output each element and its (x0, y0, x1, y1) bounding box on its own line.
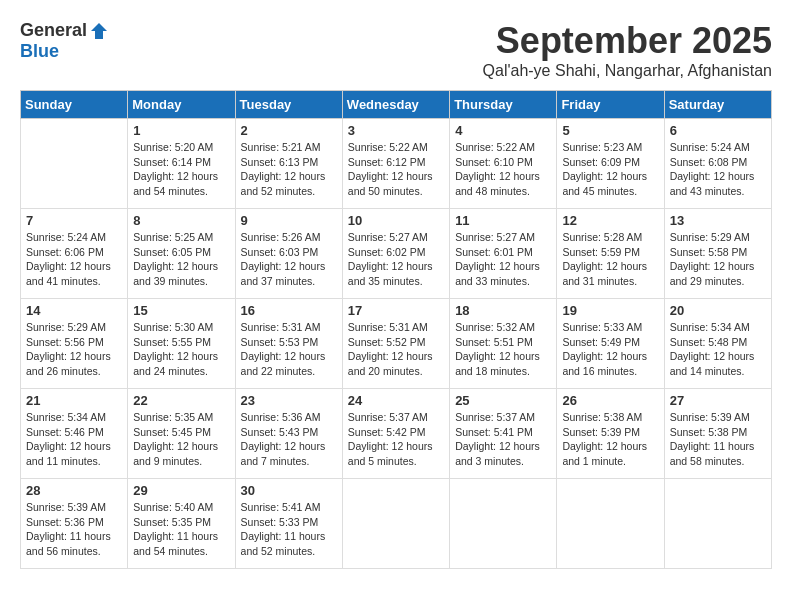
day-number: 17 (348, 303, 444, 318)
weekday-header: Monday (128, 91, 235, 119)
day-info: Sunrise: 5:31 AM Sunset: 5:52 PM Dayligh… (348, 320, 444, 379)
day-info: Sunrise: 5:29 AM Sunset: 5:56 PM Dayligh… (26, 320, 122, 379)
calendar-cell: 4Sunrise: 5:22 AM Sunset: 6:10 PM Daylig… (450, 119, 557, 209)
day-number: 23 (241, 393, 337, 408)
day-number: 8 (133, 213, 229, 228)
month-title: September 2025 (483, 20, 772, 62)
weekday-header: Wednesday (342, 91, 449, 119)
calendar-cell: 8Sunrise: 5:25 AM Sunset: 6:05 PM Daylig… (128, 209, 235, 299)
calendar-cell: 29Sunrise: 5:40 AM Sunset: 5:35 PM Dayli… (128, 479, 235, 569)
day-number: 7 (26, 213, 122, 228)
day-number: 11 (455, 213, 551, 228)
calendar-cell (342, 479, 449, 569)
calendar-cell: 7Sunrise: 5:24 AM Sunset: 6:06 PM Daylig… (21, 209, 128, 299)
day-number: 9 (241, 213, 337, 228)
day-info: Sunrise: 5:20 AM Sunset: 6:14 PM Dayligh… (133, 140, 229, 199)
calendar-week-row: 14Sunrise: 5:29 AM Sunset: 5:56 PM Dayli… (21, 299, 772, 389)
day-number: 15 (133, 303, 229, 318)
day-info: Sunrise: 5:31 AM Sunset: 5:53 PM Dayligh… (241, 320, 337, 379)
calendar-cell: 25Sunrise: 5:37 AM Sunset: 5:41 PM Dayli… (450, 389, 557, 479)
calendar-cell: 30Sunrise: 5:41 AM Sunset: 5:33 PM Dayli… (235, 479, 342, 569)
day-number: 28 (26, 483, 122, 498)
day-number: 21 (26, 393, 122, 408)
calendar-cell: 14Sunrise: 5:29 AM Sunset: 5:56 PM Dayli… (21, 299, 128, 389)
day-info: Sunrise: 5:34 AM Sunset: 5:48 PM Dayligh… (670, 320, 766, 379)
weekday-header: Friday (557, 91, 664, 119)
calendar-cell: 27Sunrise: 5:39 AM Sunset: 5:38 PM Dayli… (664, 389, 771, 479)
calendar-week-row: 7Sunrise: 5:24 AM Sunset: 6:06 PM Daylig… (21, 209, 772, 299)
day-number: 27 (670, 393, 766, 408)
calendar-cell (21, 119, 128, 209)
day-number: 10 (348, 213, 444, 228)
day-number: 30 (241, 483, 337, 498)
day-info: Sunrise: 5:29 AM Sunset: 5:58 PM Dayligh… (670, 230, 766, 289)
day-info: Sunrise: 5:36 AM Sunset: 5:43 PM Dayligh… (241, 410, 337, 469)
day-number: 14 (26, 303, 122, 318)
calendar-cell: 13Sunrise: 5:29 AM Sunset: 5:58 PM Dayli… (664, 209, 771, 299)
calendar-cell: 26Sunrise: 5:38 AM Sunset: 5:39 PM Dayli… (557, 389, 664, 479)
calendar-cell (450, 479, 557, 569)
day-info: Sunrise: 5:21 AM Sunset: 6:13 PM Dayligh… (241, 140, 337, 199)
calendar-cell: 5Sunrise: 5:23 AM Sunset: 6:09 PM Daylig… (557, 119, 664, 209)
day-number: 19 (562, 303, 658, 318)
calendar-week-row: 21Sunrise: 5:34 AM Sunset: 5:46 PM Dayli… (21, 389, 772, 479)
day-info: Sunrise: 5:34 AM Sunset: 5:46 PM Dayligh… (26, 410, 122, 469)
calendar-cell: 15Sunrise: 5:30 AM Sunset: 5:55 PM Dayli… (128, 299, 235, 389)
day-info: Sunrise: 5:35 AM Sunset: 5:45 PM Dayligh… (133, 410, 229, 469)
calendar-cell: 6Sunrise: 5:24 AM Sunset: 6:08 PM Daylig… (664, 119, 771, 209)
calendar-cell: 16Sunrise: 5:31 AM Sunset: 5:53 PM Dayli… (235, 299, 342, 389)
calendar-cell: 18Sunrise: 5:32 AM Sunset: 5:51 PM Dayli… (450, 299, 557, 389)
calendar-cell: 24Sunrise: 5:37 AM Sunset: 5:42 PM Dayli… (342, 389, 449, 479)
day-number: 20 (670, 303, 766, 318)
day-info: Sunrise: 5:39 AM Sunset: 5:38 PM Dayligh… (670, 410, 766, 469)
calendar-cell: 11Sunrise: 5:27 AM Sunset: 6:01 PM Dayli… (450, 209, 557, 299)
day-info: Sunrise: 5:24 AM Sunset: 6:08 PM Dayligh… (670, 140, 766, 199)
calendar-cell: 17Sunrise: 5:31 AM Sunset: 5:52 PM Dayli… (342, 299, 449, 389)
day-number: 1 (133, 123, 229, 138)
calendar-cell: 12Sunrise: 5:28 AM Sunset: 5:59 PM Dayli… (557, 209, 664, 299)
day-info: Sunrise: 5:41 AM Sunset: 5:33 PM Dayligh… (241, 500, 337, 559)
calendar-cell: 3Sunrise: 5:22 AM Sunset: 6:12 PM Daylig… (342, 119, 449, 209)
day-info: Sunrise: 5:26 AM Sunset: 6:03 PM Dayligh… (241, 230, 337, 289)
calendar-header-row: SundayMondayTuesdayWednesdayThursdayFrid… (21, 91, 772, 119)
calendar-cell: 22Sunrise: 5:35 AM Sunset: 5:45 PM Dayli… (128, 389, 235, 479)
calendar-cell (557, 479, 664, 569)
svg-marker-0 (91, 23, 107, 39)
day-number: 13 (670, 213, 766, 228)
calendar-cell: 23Sunrise: 5:36 AM Sunset: 5:43 PM Dayli… (235, 389, 342, 479)
weekday-header: Thursday (450, 91, 557, 119)
calendar-cell: 9Sunrise: 5:26 AM Sunset: 6:03 PM Daylig… (235, 209, 342, 299)
logo-general: General (20, 20, 87, 41)
calendar-week-row: 28Sunrise: 5:39 AM Sunset: 5:36 PM Dayli… (21, 479, 772, 569)
day-info: Sunrise: 5:40 AM Sunset: 5:35 PM Dayligh… (133, 500, 229, 559)
day-number: 16 (241, 303, 337, 318)
day-number: 12 (562, 213, 658, 228)
day-info: Sunrise: 5:27 AM Sunset: 6:02 PM Dayligh… (348, 230, 444, 289)
calendar-cell: 20Sunrise: 5:34 AM Sunset: 5:48 PM Dayli… (664, 299, 771, 389)
weekday-header: Saturday (664, 91, 771, 119)
day-info: Sunrise: 5:33 AM Sunset: 5:49 PM Dayligh… (562, 320, 658, 379)
day-info: Sunrise: 5:37 AM Sunset: 5:42 PM Dayligh… (348, 410, 444, 469)
day-number: 25 (455, 393, 551, 408)
day-number: 6 (670, 123, 766, 138)
calendar-cell: 1Sunrise: 5:20 AM Sunset: 6:14 PM Daylig… (128, 119, 235, 209)
day-number: 2 (241, 123, 337, 138)
weekday-header: Tuesday (235, 91, 342, 119)
day-info: Sunrise: 5:39 AM Sunset: 5:36 PM Dayligh… (26, 500, 122, 559)
day-info: Sunrise: 5:30 AM Sunset: 5:55 PM Dayligh… (133, 320, 229, 379)
page-header: General Blue September 2025 Qal'ah-ye Sh… (20, 20, 772, 80)
day-number: 22 (133, 393, 229, 408)
logo: General Blue (20, 20, 109, 62)
day-info: Sunrise: 5:38 AM Sunset: 5:39 PM Dayligh… (562, 410, 658, 469)
day-number: 24 (348, 393, 444, 408)
day-number: 3 (348, 123, 444, 138)
day-info: Sunrise: 5:37 AM Sunset: 5:41 PM Dayligh… (455, 410, 551, 469)
day-number: 4 (455, 123, 551, 138)
day-info: Sunrise: 5:25 AM Sunset: 6:05 PM Dayligh… (133, 230, 229, 289)
day-number: 18 (455, 303, 551, 318)
day-info: Sunrise: 5:28 AM Sunset: 5:59 PM Dayligh… (562, 230, 658, 289)
calendar-cell: 10Sunrise: 5:27 AM Sunset: 6:02 PM Dayli… (342, 209, 449, 299)
weekday-header: Sunday (21, 91, 128, 119)
location-subtitle: Qal'ah-ye Shahi, Nangarhar, Afghanistan (483, 62, 772, 80)
day-number: 29 (133, 483, 229, 498)
